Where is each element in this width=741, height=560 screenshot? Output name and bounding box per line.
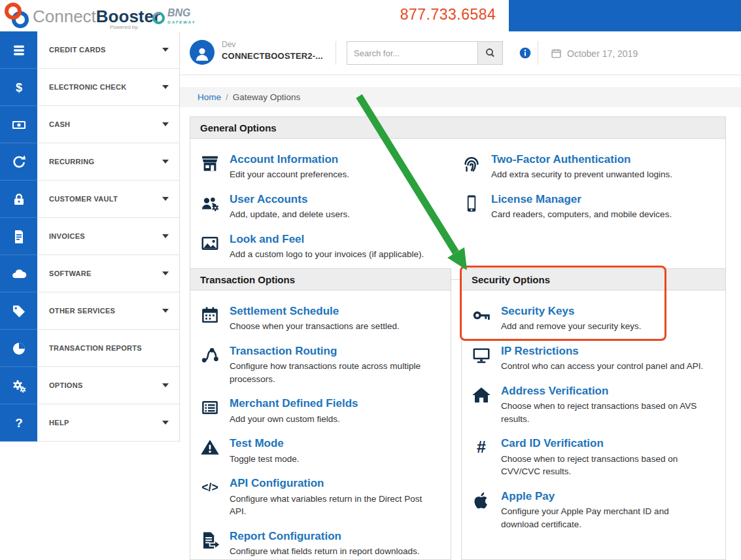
tag-icon [11,304,27,319]
option-desc: Add a custom logo to your invoices (if a… [230,248,462,261]
chevron-down-icon [162,160,169,164]
gateway-label: GATEWAY [167,18,196,27]
option-link[interactable]: Merchant Defined Fields [230,397,358,410]
app-header: ConnectBooster Powered by: BNGGATEWAY 87… [0,0,741,31]
option-merchant-defined-fields: Merchant Defined Fields Add your own cus… [200,397,443,425]
option-link[interactable]: License Manager [491,193,581,206]
option-desc: Add, update, and delete users. [230,208,462,221]
sidebar-rail-transaction-reports[interactable] [0,330,37,367]
transaction-options-panel: Transaction Options Settlement Schedule … [190,268,451,560]
info-button[interactable] [519,46,532,60]
option-test-mode: Test Mode Toggle test mode. [200,437,443,465]
sidebar-item-label: CREDIT CARDS [49,46,106,54]
option-desc: Add your own custom fields. [230,413,436,426]
option-link[interactable]: Security Keys [501,305,574,318]
search-button[interactable] [477,41,503,65]
option-link[interactable]: Settlement Schedule [230,305,339,318]
sidebar-item-label: CUSTOMER VAULT [49,195,118,203]
option-link[interactable]: Look and Feel [230,233,304,246]
option-link[interactable]: Test Mode [230,437,284,450]
sidebar-item-recurring[interactable]: RECURRING [37,143,179,181]
header-blue-bar [509,0,741,31]
sidebar-menu: CREDIT CARDS ELECTRONIC CHECK CASH RECUR… [37,31,180,442]
pie-chart-icon [11,341,27,357]
option-address-verification: Address Verification Choose when to reje… [472,385,717,426]
option-desc: Choose when to reject transactions based… [501,453,707,478]
option-link[interactable]: API Configuration [230,477,324,490]
option-link[interactable]: Account Information [230,153,338,166]
route-icon [200,345,230,386]
sidebar-rail-electronic-check[interactable]: $ [0,69,37,106]
credit-card-bars-icon [11,43,27,58]
svg-text:$: $ [15,80,22,94]
chevron-down-icon [162,85,169,89]
user-topbar: Dev CONNECTBOOSTER2-... October 17, 2019 [180,31,741,75]
breadcrumb-home-link[interactable]: Home [198,92,221,102]
option-desc: Configure what fields return in report d… [230,545,436,558]
option-look-and-feel: Look and Feel Add a custom logo to your … [200,233,462,261]
sidebar-item-label: ELECTRONIC CHECK [49,83,126,91]
sidebar-rail-cash[interactable] [0,106,37,143]
option-link[interactable]: IP Restrictions [501,345,579,358]
sidebar-rail-invoices[interactable] [0,218,37,255]
option-link[interactable]: Two-Factor Authentication [491,153,630,166]
sidebar-item-invoices[interactable]: INVOICES [37,218,179,255]
option-desc: Add and remove your security keys. [501,320,707,333]
sidebar-item-other-services[interactable]: OTHER SERVICES [37,292,179,330]
sidebar-rail-other-services[interactable] [0,292,37,330]
sidebar-item-help[interactable]: HELP [37,404,179,442]
sidebar-item-software[interactable]: SOFTWARE [37,255,179,292]
storefront-icon [200,153,230,181]
avatar[interactable] [190,40,215,65]
sidebar-rail-customer-vault[interactable] [0,181,37,218]
chevron-down-icon [162,122,169,126]
option-link[interactable]: Transaction Routing [230,345,337,358]
option-desc: Card readers, computers, and mobile devi… [491,208,717,221]
chevron-down-icon [162,48,169,52]
search-input[interactable] [347,41,477,65]
option-link[interactable]: Apple Pay [501,490,555,503]
option-desc: Control who can access your control pane… [501,360,707,373]
option-ip-restrictions: IP Restrictions Control who can access y… [472,345,717,373]
sidebar-item-transaction-reports[interactable]: TRANSACTION REPORTS [37,330,179,367]
svg-text:?: ? [15,416,23,430]
cloud-icon [11,266,27,282]
brand-booster: Booster [96,7,160,26]
list-fields-icon [200,397,230,425]
option-link[interactable]: Address Verification [501,385,608,398]
option-desc: Add extra security to prevent unwanted l… [491,168,717,181]
sidebar-item-cash[interactable]: CASH [37,106,179,143]
brand-name: ConnectBooster [33,1,160,31]
sidebar-item-options[interactable]: OPTIONS [37,367,179,404]
panel-title: Transaction Options [190,269,451,290]
fingerprint-icon [462,153,491,181]
sidebar-rail-options[interactable] [0,367,37,404]
sidebar-rail-recurring[interactable] [0,143,37,181]
image-icon [200,233,230,261]
sidebar-item-credit-cards[interactable]: CREDIT CARDS [37,31,179,69]
option-desc: Choose when to reject transactions based… [501,400,707,425]
sidebar-rail-help[interactable]: ? [0,404,37,442]
option-api-configuration: </> API Configuration Configure what var… [200,477,443,518]
chevron-down-icon [162,383,169,387]
sidebar-item-electronic-check[interactable]: ELECTRONIC CHECK [37,69,179,106]
user-icon [194,45,211,62]
breadcrumb-current: Gateway Options [233,92,301,102]
sidebar-rail-credit-cards[interactable] [0,31,37,69]
option-card-id-verification: # Card ID Verification Choose when to re… [472,437,717,478]
sidebar-item-customer-vault[interactable]: CUSTOMER VAULT [37,181,179,218]
option-link[interactable]: Card ID Verification [501,437,604,450]
option-security-keys: Security Keys Add and remove your securi… [472,305,717,333]
sidebar-icon-rail: $ ? [0,31,37,442]
bng-swirl-icon [150,9,167,27]
mobile-device-icon [462,193,491,221]
option-apple-pay: Apple Pay Configure your Apple Pay merch… [472,490,717,531]
panel-title: General Options [190,117,725,139]
option-transaction-routing: Transaction Routing Configure how transa… [200,345,443,386]
home-icon [472,385,501,426]
phone-number: 877.733.6584 [389,6,507,24]
option-link[interactable]: Report Configuration [230,530,341,543]
sidebar-rail-software[interactable] [0,255,37,292]
account-menu[interactable]: Dev CONNECTBOOSTER2-... [222,40,323,61]
option-link[interactable]: User Accounts [230,193,307,206]
